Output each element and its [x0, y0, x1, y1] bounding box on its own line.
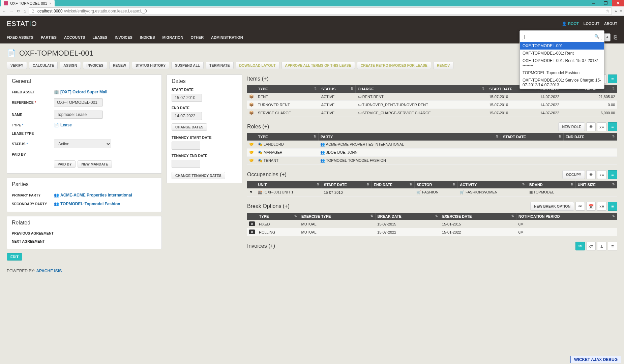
table-row[interactable]: 🤝🎭 LANDLORD👥 ACME-ACME PROPERTIES INTERN… [247, 141, 617, 149]
reload-icon[interactable]: ⟳ [17, 9, 20, 13]
forward-icon[interactable]: → [9, 9, 13, 13]
delete-icon[interactable]: ✕ [249, 221, 255, 226]
col-header[interactable]: PARTY [318, 133, 501, 141]
search-result-item[interactable]: OXF-TOPMODEL-001: Rent [520, 50, 604, 57]
hide-icon[interactable]: 👁 [575, 202, 585, 211]
roles-title[interactable]: Roles (+) [247, 124, 269, 130]
home-icon[interactable]: ⌂ [24, 9, 26, 13]
list-icon[interactable]: ≡ [608, 170, 617, 179]
action-invoices[interactable]: INVOICES [83, 62, 107, 69]
col-header[interactable]: TYPE [257, 213, 299, 220]
table-row[interactable]: ⚑🏬 [OXF-001] UNIT 115-07-2010🛒 FASHION🛒 … [247, 188, 617, 196]
col-header[interactable]: END DATE [372, 181, 414, 188]
list-icon[interactable]: ≡ [608, 202, 617, 211]
action-download-layout[interactable]: DOWNLOAD LAYOUT [236, 62, 279, 69]
search-result-item[interactable]: TOPMODEL-Topmodel Fashion [520, 69, 604, 77]
search-result-item[interactable]: OXF-TOPMODEL-001 [520, 42, 604, 50]
copy-icon[interactable]: ⎘ [614, 34, 617, 40]
search-input[interactable] [522, 33, 602, 40]
name-input[interactable] [54, 111, 103, 119]
col-header[interactable]: BRAND [527, 181, 576, 188]
action-renew[interactable]: RENEW [109, 62, 130, 69]
tenancy-end-input[interactable] [172, 160, 200, 168]
about-link[interactable]: ABOUT [604, 22, 617, 26]
tab-close-icon[interactable]: × [49, 1, 51, 5]
col-header[interactable]: EXERCISE TYPE [299, 213, 375, 220]
close-icon[interactable]: ✕ [612, 0, 624, 6]
delete-icon[interactable]: ✕ [249, 230, 255, 234]
action-suspend-all[interactable]: SUSPEND ALL [171, 62, 204, 69]
sigma-icon[interactable]: Σ [597, 242, 606, 250]
action-create-retro-invoices-for-lease[interactable]: CREATE RETRO INVOICES FOR LEASE [357, 62, 431, 69]
action-approve-all-terms-of-this-lease[interactable]: APPROVE ALL TERMS OF THIS LEASE [281, 62, 355, 69]
status-select[interactable]: Active [54, 140, 111, 148]
col-header[interactable]: TYPE [256, 85, 319, 93]
menu-accounts[interactable]: ACCOUNTS [64, 35, 85, 39]
table-row[interactable]: 📦SERVICE CHARGEACTIVE🏷 SERVICE_CHARGE-SE… [247, 109, 617, 117]
menu-indices[interactable]: INDICES [140, 35, 155, 39]
col-header[interactable]: UNIT [256, 181, 322, 188]
table-row[interactable]: ✕FIXEDMUTUAL15-07-201515-01-20156M [247, 220, 617, 228]
hide-icon[interactable]: 👁 [586, 170, 596, 179]
maximize-icon[interactable]: ❐ [600, 0, 612, 6]
url-input[interactable]: 🗋 localhost:8080/wicket/entity/org.estat… [29, 7, 612, 15]
table-row[interactable]: 🤝🎭 MANAGER👥 JDOE-DOE, JOHN [247, 149, 617, 157]
action-assign[interactable]: ASSIGN [60, 62, 81, 69]
col-header[interactable]: STATUS [319, 85, 356, 93]
col-header[interactable]: TYPE [256, 133, 318, 141]
search-result-item[interactable]: OXF-TOPMODEL-001: Service Charge: 15-07-… [520, 77, 604, 89]
col-header[interactable]: START DATE [501, 133, 564, 141]
back-icon[interactable]: ← [2, 9, 6, 13]
user-link[interactable]: 👤ROOT [562, 22, 579, 26]
list-icon[interactable]: ≡ [608, 122, 617, 131]
secondary-party-link[interactable]: TOPMODEL-Topmodel Fashion [60, 202, 120, 206]
reference-input[interactable] [54, 98, 103, 107]
new-role-button[interactable]: NEW ROLE [558, 122, 585, 131]
excel-icon[interactable]: x≡ [597, 202, 606, 211]
excel-icon[interactable]: x≡ [597, 122, 606, 131]
calendar-icon[interactable]: 📅 [586, 202, 596, 211]
col-header[interactable]: START DATE [322, 181, 372, 188]
occupancies-title[interactable]: Occupancies (+) [247, 172, 287, 178]
end-date-input[interactable] [172, 112, 202, 120]
excel-icon[interactable]: x≡ [597, 170, 606, 179]
excel-icon[interactable]: x≡ [586, 242, 596, 250]
overflow-icon[interactable]: » [615, 9, 617, 13]
break-options-title[interactable]: Break Options (+) [247, 203, 290, 209]
minimize-icon[interactable]: ━ [588, 0, 600, 6]
menu-administration[interactable]: ADMINISTRATION [211, 35, 243, 39]
col-header[interactable]: END DATE [563, 133, 617, 141]
hide-icon[interactable]: 👁 [586, 122, 596, 131]
new-break-option-button[interactable]: NEW BREAK OPTION [530, 202, 574, 211]
type-link[interactable]: Lease [60, 123, 72, 127]
change-tenancy-dates-button[interactable]: CHANGE TENANCY DATES [172, 172, 225, 179]
change-dates-button[interactable]: CHANGE DATES [172, 123, 207, 131]
col-header[interactable]: ACTIVITY [458, 181, 527, 188]
invoices-title[interactable]: Invoices (+) [247, 243, 275, 249]
col-header[interactable]: CHARGE [356, 85, 487, 93]
action-terminate[interactable]: TERMINATE [206, 62, 233, 69]
hide-icon[interactable]: 👁 [575, 242, 585, 250]
col-header[interactable]: UNIT SIZE [575, 181, 617, 188]
fixed-asset-link[interactable]: [OXF] Oxford Super Mall [60, 90, 107, 94]
col-header[interactable]: SECTOR [414, 181, 458, 188]
logout-link[interactable]: LOGOUT [584, 22, 599, 26]
star-icon[interactable]: ☆ [606, 9, 610, 13]
action-calculate[interactable]: CALCULATE [29, 62, 58, 69]
browser-tab[interactable]: OXF-TOPMODEL-001 × [1, 0, 55, 6]
menu-other[interactable]: OTHER [191, 35, 204, 39]
action-verify[interactable]: VERIFY [7, 62, 27, 69]
action-remov[interactable]: REMOV [433, 62, 454, 69]
menu-leases[interactable]: LEASES [92, 35, 107, 39]
apache-isis-link[interactable]: APACHE ISIS [36, 269, 62, 273]
edit-button[interactable]: EDIT [7, 253, 22, 261]
table-row[interactable]: ✕ROLLINGMUTUAL15-07-202215-01-20226M [247, 228, 617, 236]
logo[interactable]: ESTATIO [7, 20, 37, 28]
menu-fixed-assets[interactable]: FIXED ASSETS [7, 35, 33, 39]
items-title[interactable]: Items (+) [247, 76, 269, 82]
search-result-item[interactable]: OXF-TOPMODEL-001: Rent: 15-07-2013/-----… [520, 57, 604, 69]
tenancy-start-input[interactable] [172, 142, 200, 150]
menu-parties[interactable]: PARTIES [41, 35, 57, 39]
occupy-button[interactable]: OCCUPY [562, 170, 585, 179]
col-header[interactable]: NOTIFICATION PERIOD [516, 213, 617, 220]
